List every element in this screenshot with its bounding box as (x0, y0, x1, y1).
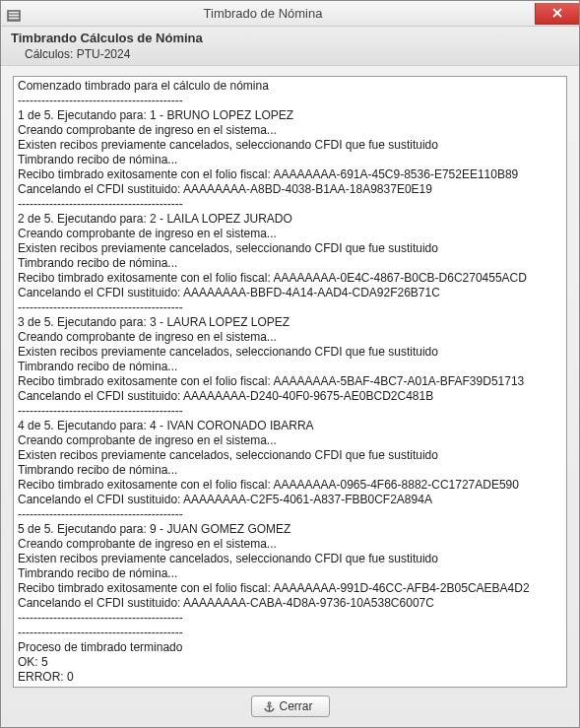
log-line: ----------------------------------------… (18, 626, 562, 640)
log-line: Creando comprobante de ingreso en el sis… (18, 433, 562, 448)
log-line: Existen recibos previamente cancelados, … (18, 552, 562, 566)
log-line: Creando comprobante de ingreso en el sis… (18, 123, 562, 138)
log-line: ----------------------------------------… (18, 404, 562, 419)
log-textarea[interactable]: Comenzado timbrado para el cálculo de nó… (14, 77, 566, 687)
log-line: Existen recibos previamente cancelados, … (18, 138, 562, 153)
log-line: Recibo timbrado exitosamente con el foli… (18, 374, 562, 389)
log-line: Recibo timbrado exitosamente con el foli… (18, 478, 562, 493)
log-line: Timbrando recibo de nómina... (18, 463, 562, 478)
log-line: 1 de 5. Ejecutando para: 1 - BRUNO LOPEZ… (18, 108, 562, 123)
close-icon (552, 7, 562, 20)
log-line: Cancelando el CFDI sustituido: AAAAAAAA-… (18, 493, 562, 507)
body-area: Comenzado timbrado para el cálculo de nó… (1, 66, 579, 727)
close-button-label: Cerrar (280, 699, 313, 713)
close-button[interactable]: Cerrar (251, 695, 330, 717)
log-line: Timbrando recibo de nómina... (18, 566, 562, 581)
window: Timbrado de Nómina Timbrando Cálculos de… (0, 0, 580, 728)
log-line: Creando comprobante de ingreso en el sis… (18, 330, 562, 345)
log-line: ----------------------------------------… (18, 300, 562, 315)
log-line: Recibo timbrado exitosamente con el foli… (18, 271, 562, 286)
log-line: Cancelando el CFDI sustituido: AAAAAAAA-… (18, 286, 562, 300)
window-close-button[interactable] (535, 3, 579, 25)
log-line: Existen recibos previamente cancelados, … (18, 241, 562, 256)
log-line: Timbrando recibo de nómina... (18, 153, 562, 167)
log-line: Recibo timbrado exitosamente con el foli… (18, 581, 562, 596)
log-line: ----------------------------------------… (18, 197, 562, 212)
log-line: 4 de 5. Ejecutando para: 4 - IVAN CORONA… (18, 419, 562, 433)
log-line: 2 de 5. Ejecutando para: 2 - LAILA LOPEZ… (18, 212, 562, 227)
log-line: ERROR: 0 (18, 670, 562, 685)
log-line: ----------------------------------------… (18, 507, 562, 522)
log-line: Creando comprobante de ingreso en el sis… (18, 537, 562, 552)
header-subtitle: Cálculos: PTU-2024 (11, 47, 571, 61)
log-line: Proceso de timbrado terminado (18, 640, 562, 655)
log-line: Timbrando recibo de nómina... (18, 360, 562, 374)
log-line: Creando comprobante de ingreso en el sis… (18, 227, 562, 241)
log-line: ----------------------------------------… (18, 94, 562, 108)
log-line: 5 de 5. Ejecutando para: 9 - JUAN GOMEZ … (18, 522, 562, 537)
log-line: Comenzado timbrado para el cálculo de nó… (18, 79, 562, 94)
log-line: Existen recibos previamente cancelados, … (18, 345, 562, 360)
header-title: Timbrando Cálculos de Nómina (11, 31, 571, 45)
log-line: Cancelando el CFDI sustituido: AAAAAAAA-… (18, 182, 562, 197)
anchor-icon (264, 701, 275, 712)
button-row: Cerrar (13, 688, 567, 719)
log-line: 3 de 5. Ejecutando para: 3 - LAURA LOPEZ… (18, 315, 562, 330)
log-box-wrap: Comenzado timbrado para el cálculo de nó… (13, 76, 567, 688)
log-line: Existen recibos previamente cancelados, … (18, 448, 562, 463)
log-line: Timbrando recibo de nómina... (18, 256, 562, 271)
titlebar: Timbrado de Nómina (1, 1, 579, 27)
log-line: Recibo timbrado exitosamente con el foli… (18, 167, 562, 182)
log-line: ----------------------------------------… (18, 611, 562, 626)
log-line: Cancelando el CFDI sustituido: AAAAAAAA-… (18, 596, 562, 611)
log-line: Cancelando el CFDI sustituido: AAAAAAAA-… (18, 389, 562, 404)
window-title: Timbrado de Nómina (0, 6, 535, 21)
header-band: Timbrando Cálculos de Nómina Cálculos: P… (1, 27, 579, 66)
svg-point-6 (268, 701, 271, 704)
log-line: OK: 5 (18, 655, 562, 670)
